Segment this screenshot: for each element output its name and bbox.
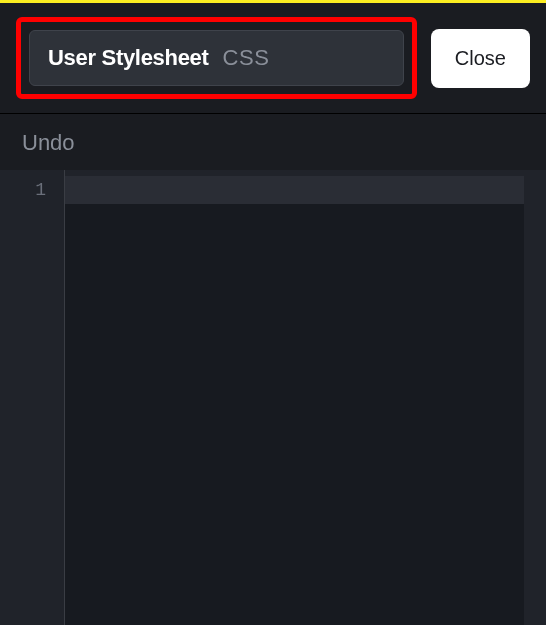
code-text-area[interactable] — [65, 170, 546, 625]
undo-button[interactable]: Undo — [22, 130, 75, 155]
code-editor[interactable]: 1 — [0, 170, 546, 625]
sheet-title: User Stylesheet — [48, 45, 209, 71]
title-highlight-box: User Stylesheet CSS — [16, 17, 417, 99]
line-number-gutter: 1 — [0, 170, 64, 625]
line-number: 1 — [0, 176, 64, 204]
close-button[interactable]: Close — [431, 29, 530, 88]
scrollbar-track[interactable] — [524, 170, 546, 625]
code-body[interactable] — [65, 204, 524, 625]
toolbar: Undo — [0, 114, 546, 170]
language-badge: CSS — [223, 45, 270, 71]
current-line-highlight — [65, 176, 546, 204]
title-input[interactable]: User Stylesheet CSS — [29, 30, 404, 86]
header-bar: User Stylesheet CSS Close — [0, 3, 546, 113]
